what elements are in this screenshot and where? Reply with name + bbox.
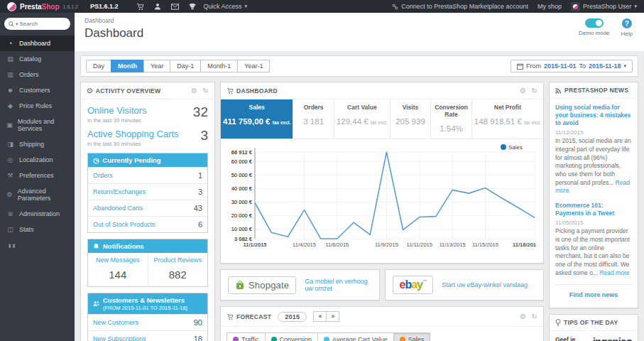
range-button-year-1[interactable]: Year-1 bbox=[237, 60, 270, 72]
sidebar-item-preferences[interactable]: ⚒Preferences bbox=[0, 168, 75, 183]
kpi-tab-net-profit[interactable]: Net Profit 148 918,51 € tax excl. bbox=[472, 99, 543, 139]
user-menu[interactable]: PrestaShop User ▾ bbox=[571, 2, 637, 11]
shopgate-link[interactable]: Ga mobiel en verhoog uw omzet bbox=[305, 278, 371, 292]
cart-icon bbox=[227, 87, 234, 94]
range-button-month-1[interactable]: Month-1 bbox=[200, 60, 238, 72]
refresh-icon[interactable]: ↻ bbox=[202, 87, 209, 94]
new-messages-cell: New Messages 144 bbox=[88, 253, 148, 286]
abandoned-carts-link[interactable]: Abandoned Carts bbox=[93, 205, 143, 212]
online-visitors-link[interactable]: Online Visitors bbox=[87, 105, 147, 116]
returns-link[interactable]: Return/Exchanges bbox=[93, 188, 146, 195]
forecast-legend-traffic[interactable]: Traffic bbox=[227, 332, 266, 341]
refresh-icon[interactable]: ↻ bbox=[531, 313, 537, 320]
gears-icon: ⚙ bbox=[6, 191, 13, 198]
sidebar-collapse-button[interactable]: ▮▮ bbox=[0, 237, 75, 254]
kpi-tab-sales[interactable]: Sales 411 759,00 € tax excl. bbox=[221, 99, 293, 139]
range-button-year[interactable]: Year bbox=[143, 60, 170, 72]
plug-icon bbox=[392, 4, 398, 10]
sidebar-item-modules[interactable]: ▣Modules and Services bbox=[0, 114, 75, 136]
search-type-caret-icon[interactable]: ▾ bbox=[16, 21, 18, 27]
range-button-day-1[interactable]: Day-1 bbox=[170, 60, 201, 72]
new-customers-link[interactable]: New Customers bbox=[93, 319, 138, 326]
sidebar-item-stats[interactable]: ◫Stats bbox=[0, 222, 75, 237]
sidebar-item-orders[interactable]: ▥Orders bbox=[0, 67, 75, 82]
breadcrumb: Dashboard bbox=[84, 17, 634, 24]
orders-link[interactable]: Orders bbox=[93, 172, 113, 179]
quick-access-menu[interactable]: Quick Access▾ bbox=[204, 3, 248, 10]
range-button-month[interactable]: Month bbox=[111, 60, 144, 72]
product-reviews-link[interactable]: Product Reviews bbox=[151, 256, 205, 264]
kpi-tab-visits[interactable]: Visits 205 939 bbox=[391, 99, 432, 139]
new-customers-row: New Customers90 bbox=[88, 314, 207, 330]
settings-icon[interactable]: ⚙ bbox=[520, 87, 526, 94]
out-of-stock-link[interactable]: Out of Stock Products bbox=[93, 221, 155, 228]
user-icon[interactable] bbox=[154, 3, 161, 10]
kpi-tab-conversion-rate[interactable]: Conversion Rate 1.54% bbox=[431, 99, 472, 139]
prestashop-logo[interactable]: PrestaShop 1.6.1.2 bbox=[7, 2, 78, 11]
active-carts-stat: Active Shopping Carts in the last 30 min… bbox=[87, 129, 208, 147]
refresh-icon[interactable]: ↻ bbox=[531, 87, 537, 94]
new-subscriptions-link[interactable]: New Subscriptions bbox=[93, 335, 146, 341]
news-item-title[interactable]: Using social media for your business: 4 … bbox=[555, 104, 632, 127]
forecast-legend-average-cart-value[interactable]: Average Cart Value bbox=[317, 332, 394, 341]
range-button-day[interactable]: Day bbox=[86, 60, 111, 72]
svg-text:30 000 €: 30 000 € bbox=[231, 199, 253, 205]
new-messages-link[interactable]: New Messages bbox=[91, 256, 145, 264]
marketplace-connect-link[interactable]: Connect to PrestaShop Marketplace accoun… bbox=[392, 3, 528, 10]
forecast-legend-conversion[interactable]: Conversion bbox=[265, 332, 319, 341]
sidebar-item-dashboard[interactable]: ◔Dashboard bbox=[0, 36, 75, 51]
demo-mode-toggle[interactable] bbox=[585, 18, 604, 28]
dashboard-panel-title: DASHBOARD bbox=[236, 87, 278, 94]
forecast-next-button[interactable]: » bbox=[326, 311, 339, 322]
forecast-prev-button[interactable]: « bbox=[313, 311, 327, 322]
pending-row-out-of-stock: Out of Stock Products6 bbox=[88, 216, 207, 232]
page-title: Dashboard bbox=[84, 26, 634, 40]
forecast-year[interactable]: 2015 bbox=[278, 312, 307, 322]
svg-text:11/6/2015: 11/6/2015 bbox=[325, 242, 349, 248]
sidebar-item-price-rules[interactable]: ◆Price Rules bbox=[0, 98, 75, 114]
my-shop-link[interactable]: My shop bbox=[537, 3, 562, 10]
cart-icon bbox=[227, 313, 234, 320]
cart-icon[interactable] bbox=[136, 3, 144, 11]
ebay-link[interactable]: Start uw eBay-winkel vandaag bbox=[442, 281, 528, 288]
ebay-logo: ebay™ bbox=[393, 276, 434, 294]
sidebar-item-localization[interactable]: ◎Localization bbox=[0, 152, 75, 168]
tips-of-the-day-panel: TIPS OF THE DAY ingenico Payment service… bbox=[549, 314, 638, 341]
kpi-tab-cart-value[interactable]: Cart Value 129,44 € tax excl. bbox=[334, 99, 391, 139]
find-more-news-link[interactable]: Find more news bbox=[555, 289, 632, 303]
help-icon[interactable]: ? bbox=[622, 18, 632, 28]
content-area: Day Month Year Day-1 Month-1 Year-1 From… bbox=[75, 51, 644, 341]
pending-row-orders: Orders1 bbox=[88, 167, 207, 183]
settings-icon[interactable]: ⚙ bbox=[191, 87, 197, 94]
sidebar-item-shipping[interactable]: ◨Shipping bbox=[0, 136, 75, 152]
kpi-tab-orders[interactable]: Orders 3 181 bbox=[293, 99, 334, 139]
news-item-title[interactable]: Ecommerce 101: Payments in a Tweet bbox=[555, 202, 632, 217]
read-more-link[interactable]: Read more bbox=[599, 269, 629, 276]
sidebar-item-administration[interactable]: ⊛Administration bbox=[0, 206, 75, 222]
mail-icon[interactable] bbox=[171, 4, 179, 10]
activity-panel-title: ACTIVITY OVERVIEW bbox=[96, 87, 161, 94]
shop-code[interactable]: PS1.6.1.2 bbox=[90, 3, 119, 10]
shopgate-logo: Shopgate bbox=[228, 276, 296, 294]
person-icon: ☻ bbox=[6, 87, 14, 94]
trophy-icon[interactable] bbox=[189, 3, 196, 10]
svg-text:11/1/2015: 11/1/2015 bbox=[244, 242, 267, 248]
prestashop-logo-icon bbox=[7, 2, 16, 11]
avg-cart-value-dot-icon bbox=[324, 337, 329, 341]
online-visitors-stat: Online Visitors in the last 30 minutes 3… bbox=[87, 105, 208, 124]
forecast-legend-sales[interactable]: Sales bbox=[393, 332, 431, 341]
svg-text:11/4/2015: 11/4/2015 bbox=[293, 242, 316, 248]
sidebar-item-catalog[interactable]: ▤Catalog bbox=[0, 51, 75, 67]
active-carts-link[interactable]: Active Shopping Carts bbox=[87, 129, 179, 139]
sidebar-item-customers[interactable]: ☻Customers bbox=[0, 82, 75, 98]
news-item: Ecommerce 101: Payments in a Tweet 11/05… bbox=[555, 202, 632, 277]
search-input[interactable] bbox=[20, 21, 57, 27]
sidebar-item-advanced-parameters[interactable]: ⚙Advanced Parameters bbox=[0, 183, 75, 206]
date-range-picker[interactable]: From2015-11-01 To2015-11-18 ▾ bbox=[511, 60, 633, 72]
svg-text:11/18/201: 11/18/201 bbox=[513, 242, 536, 248]
ebay-module-card: ebay™ Start uw eBay-winkel vandaag bbox=[385, 269, 545, 301]
gauge-icon: ◔ bbox=[6, 40, 14, 47]
conversion-dot-icon bbox=[271, 337, 277, 341]
sidebar-search[interactable]: ▾ bbox=[4, 18, 70, 30]
settings-icon[interactable]: ⚙ bbox=[520, 313, 526, 320]
